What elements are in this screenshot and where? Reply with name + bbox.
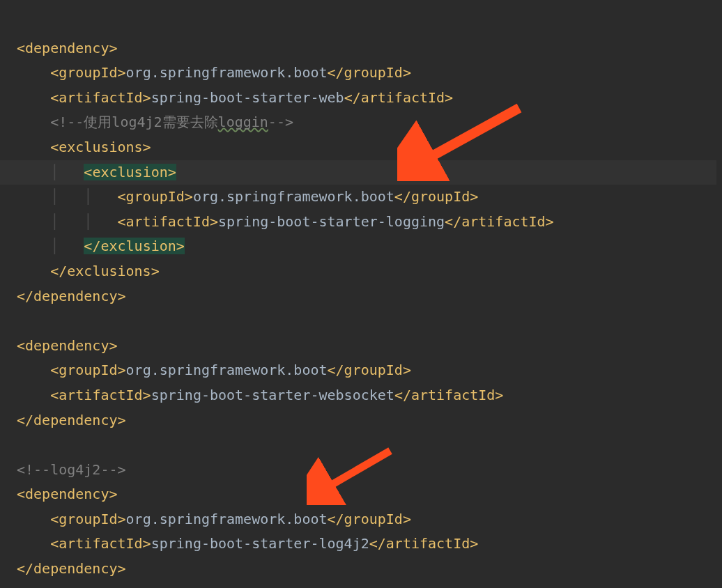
xml-tag: <artifactId>	[50, 89, 151, 106]
code-line: <groupId>org.springframework.boot</group…	[17, 362, 411, 378]
xml-tag: </exclusions>	[50, 263, 160, 279]
xml-tag: </groupId>	[328, 511, 411, 527]
xml-text: org.springframework.boot	[126, 511, 328, 527]
annotation-arrow-icon	[307, 442, 404, 505]
code-line: <exclusions>	[17, 139, 151, 155]
xml-tag: </groupId>	[394, 188, 478, 205]
code-line: <groupId>org.springframework.boot</group…	[17, 64, 411, 81]
code-line: <dependency>	[17, 337, 118, 354]
xml-tag: </artifactId>	[445, 213, 554, 230]
xml-tag: <dependency>	[17, 486, 118, 502]
xml-text: spring-boot-starter-logging	[218, 213, 445, 230]
xml-tag: </artifactId>	[394, 387, 504, 403]
xml-tag: <exclusions>	[50, 139, 151, 155]
code-line: │ </exclusion>	[17, 238, 185, 254]
xml-tag: </exclusion>	[84, 238, 185, 254]
xml-tag: </groupId>	[328, 64, 411, 81]
code-line: <dependency>	[17, 486, 118, 502]
xml-tag: </artifactId>	[344, 89, 454, 106]
code-line: <dependency>	[17, 40, 118, 56]
code-line: </dependency>	[17, 288, 126, 304]
xml-tag: </dependency>	[17, 288, 126, 304]
xml-text: org.springframework.boot	[126, 362, 328, 378]
code-line: <artifactId>spring-boot-starter-websocke…	[17, 387, 503, 403]
xml-tag: <groupId>	[118, 188, 193, 205]
code-editor[interactable]: <dependency> <groupId>org.springframewor…	[0, 0, 722, 588]
code-line: <!--使用log4j2需要去除loggin-->	[17, 114, 293, 130]
code-line: </dependency>	[17, 412, 126, 428]
code-line: │ │ <groupId>org.springframework.boot</g…	[17, 188, 478, 205]
xml-tag: <groupId>	[50, 362, 125, 378]
xml-comment: <!--log4j2-->	[17, 461, 126, 478]
highlighted-line: │ <exclusion>	[0, 160, 716, 185]
xml-text: spring-boot-starter-log4j2	[151, 535, 369, 552]
xml-tag: <artifactId>	[50, 535, 151, 552]
code-line: </dependency>	[17, 560, 126, 577]
code-line: <artifactId>spring-boot-starter-web</art…	[17, 89, 453, 106]
xml-tag: <artifactId>	[50, 387, 151, 403]
xml-tag: <artifactId>	[118, 213, 219, 230]
xml-tag: <dependency>	[17, 40, 118, 56]
svg-line-1	[321, 451, 390, 491]
xml-tag: </dependency>	[17, 412, 126, 428]
xml-text: org.springframework.boot	[193, 188, 394, 205]
xml-text: org.springframework.boot	[126, 64, 328, 81]
xml-text: spring-boot-starter-websocket	[151, 387, 394, 403]
xml-tag: <dependency>	[17, 337, 118, 354]
code-line: <artifactId>spring-boot-starter-log4j2</…	[17, 535, 478, 552]
xml-comment: <!--使用log4j2需要去除loggin-->	[50, 114, 293, 130]
code-line: <!--log4j2-->	[17, 461, 126, 478]
xml-tag: </dependency>	[17, 560, 126, 577]
xml-tag: <exclusion>	[84, 164, 176, 180]
code-line: <groupId>org.springframework.boot</group…	[17, 511, 411, 527]
svg-line-0	[418, 108, 519, 164]
xml-tag: <groupId>	[50, 511, 125, 527]
blank-line	[17, 312, 25, 329]
xml-tag: </groupId>	[328, 362, 411, 378]
xml-tag: </artifactId>	[369, 535, 479, 552]
code-line: │ │ <artifactId>spring-boot-starter-logg…	[17, 213, 554, 230]
xml-tag: <groupId>	[50, 64, 125, 81]
xml-text: spring-boot-starter-web	[151, 89, 344, 106]
blank-line	[17, 436, 25, 453]
code-line: </exclusions>	[17, 263, 160, 279]
